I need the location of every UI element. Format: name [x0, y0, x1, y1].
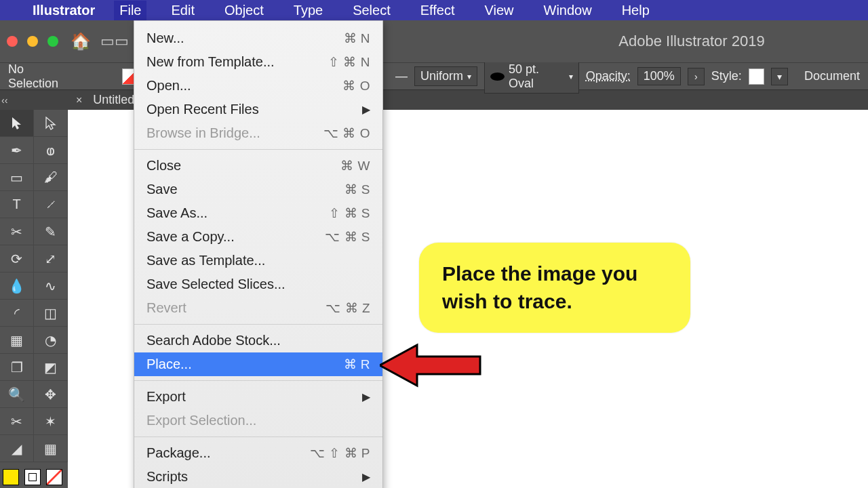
menu-item-open-recent-files[interactable]: Open Recent Files▶ — [134, 98, 382, 121]
menu-item-place[interactable]: Place...⌘ R — [134, 352, 382, 376]
annotation-text: Place the image you wish to trace. — [442, 262, 637, 312]
style-swatch[interactable] — [749, 68, 764, 85]
collapse-panel-icon[interactable]: ‹‹ — [1, 95, 7, 106]
selection-status: No Selection — [8, 62, 75, 91]
mesh-tool[interactable]: ▦ — [0, 327, 34, 354]
menu-help[interactable]: Help — [616, 1, 655, 20]
menu-item-open[interactable]: Open...⌘ O — [134, 74, 382, 98]
zoom-tool[interactable]: 🔍 — [0, 381, 34, 408]
menu-item-shortcut: ⌥ ⇧ ⌘ P — [310, 445, 370, 461]
menu-item-label: New from Template... — [146, 54, 275, 70]
menu-item-shortcut: ⌘ R — [344, 357, 371, 372]
brush-value: 50 pt. Oval — [509, 62, 565, 91]
pen-tool[interactable]: ✒ — [0, 137, 34, 164]
menu-item-save-as-template[interactable]: Save as Template... — [134, 249, 382, 272]
graph-tool[interactable]: ◔ — [34, 327, 68, 354]
menu-edit[interactable]: Edit — [165, 1, 199, 20]
menu-item-new[interactable]: New...⌘ N — [134, 26, 382, 50]
slice-tool[interactable]: ✂ — [0, 408, 34, 435]
submenu-chevron-icon: ▶ — [362, 390, 370, 403]
menu-item-save-a-copy[interactable]: Save a Copy...⌥ ⌘ S — [134, 225, 382, 249]
arc-tool[interactable]: ◜ — [0, 300, 34, 327]
blend-tool[interactable]: ∿ — [34, 272, 68, 300]
window-close-button[interactable] — [7, 36, 18, 47]
menu-item-label: Save as Template... — [146, 253, 265, 268]
menu-item-shortcut: ⌘ O — [342, 78, 370, 94]
style-label: Style: — [711, 69, 742, 83]
direct-selection-tool[interactable] — [34, 110, 68, 137]
style-dropdown-chevron[interactable]: ▾ — [771, 68, 788, 85]
menu-item-new-from-template[interactable]: New from Template...⇧ ⌘ N — [134, 50, 382, 74]
menu-item-label: Export Selection... — [146, 413, 256, 428]
menu-item-shortcut: ⌘ N — [344, 30, 371, 46]
stroke-profile-dropdown[interactable]: Uniform ▾ — [414, 66, 477, 86]
document-tab-name[interactable]: Untitled — [93, 93, 134, 107]
scale-tool[interactable]: ⤢ — [34, 245, 68, 272]
fill-swatch[interactable] — [3, 469, 19, 485]
eyedropper-tool[interactable]: 💧 — [0, 272, 34, 300]
none-swatch[interactable] — [46, 469, 62, 485]
symbol-sprayer-tool[interactable]: ✶ — [34, 408, 68, 435]
menu-item-label: New... — [146, 30, 184, 46]
menu-item-shortcut: ⇧ ⌘ N — [328, 54, 370, 70]
app-name[interactable]: Illustrator — [33, 3, 95, 18]
menu-item-label: Close — [146, 158, 181, 174]
opacity-stepper[interactable]: › — [688, 68, 705, 85]
menu-window[interactable]: Window — [538, 1, 597, 20]
menu-type[interactable]: Type — [288, 1, 328, 20]
menu-item-save[interactable]: Save⌘ S — [134, 178, 382, 201]
oval-icon — [490, 73, 505, 81]
line-tool[interactable]: ⟋ — [34, 191, 68, 218]
gradient-tool[interactable]: ◢ — [0, 435, 34, 462]
selection-tool[interactable] — [0, 110, 34, 137]
perspective-tool[interactable]: ◩ — [34, 354, 68, 381]
menu-item-export[interactable]: Export▶ — [134, 385, 382, 409]
rectangle-tool[interactable]: ▭ — [0, 164, 34, 191]
artboard-tool[interactable]: ❐ — [0, 354, 34, 381]
scissors-tool[interactable]: ✂ — [0, 218, 34, 245]
stroke-swatch-box[interactable] — [24, 469, 41, 485]
window-minimize-button[interactable] — [27, 36, 38, 47]
menu-item-label: Save Selected Slices... — [146, 277, 285, 292]
width-tool[interactable]: ✎ — [34, 218, 68, 245]
svg-marker-0 — [380, 345, 480, 386]
menu-item-shortcut: ⌥ ⌘ Z — [326, 300, 370, 316]
free-transform-tool[interactable]: ✥ — [34, 381, 68, 408]
menu-item-label: Place... — [146, 357, 192, 372]
menu-file[interactable]: File — [114, 1, 146, 20]
arrange-documents-icon[interactable]: ▭▭ — [100, 33, 129, 50]
home-icon[interactable]: 🏠 — [71, 32, 91, 51]
chevron-down-icon: ▾ — [467, 72, 471, 81]
window-title: Adobe Illustrator 2019 — [618, 33, 764, 50]
menu-item-save-selected-slices[interactable]: Save Selected Slices... — [134, 272, 382, 296]
submenu-chevron-icon: ▶ — [362, 103, 370, 116]
menu-item-close[interactable]: Close⌘ W — [134, 154, 382, 178]
menubar: Illustrator File Edit Object Type Select… — [0, 0, 868, 20]
menu-view[interactable]: View — [479, 1, 519, 20]
paintbrush-tool[interactable]: 🖌 — [34, 164, 68, 191]
brush-dropdown[interactable]: 50 pt. Oval ▾ — [484, 60, 579, 94]
menu-item-label: Open Recent Files — [146, 102, 259, 117]
tab-close-icon[interactable]: × — [76, 94, 82, 106]
menu-item-browse-in-bridge: Browse in Bridge...⌥ ⌘ O — [134, 121, 382, 145]
menu-item-save-as[interactable]: Save As...⇧ ⌘ S — [134, 201, 382, 225]
traffic-lights — [7, 36, 58, 47]
type-tool[interactable]: T — [0, 191, 34, 218]
menu-item-package[interactable]: Package...⌥ ⇧ ⌘ P — [134, 441, 382, 465]
rotate-tool[interactable]: ⟳ — [0, 245, 34, 272]
shape-builder-tool[interactable]: ◫ — [34, 300, 68, 327]
menu-object[interactable]: Object — [219, 1, 269, 20]
curvature-tool[interactable]: ⱷ — [34, 137, 68, 164]
opacity-value[interactable]: 100% — [637, 67, 681, 85]
document-setup-label[interactable]: Document — [804, 69, 860, 83]
menu-effect[interactable]: Effect — [415, 1, 460, 20]
document-tab-row: × Untitled — [0, 89, 868, 110]
opacity-label[interactable]: Opacity: — [586, 69, 631, 83]
grid-tool[interactable]: ▦ — [34, 435, 68, 462]
menu-select[interactable]: Select — [347, 1, 396, 20]
menu-item-search-adobe-stock[interactable]: Search Adobe Stock... — [134, 329, 382, 352]
menu-item-revert: Revert⌥ ⌘ Z — [134, 296, 382, 320]
menu-item-scripts[interactable]: Scripts▶ — [134, 465, 382, 488]
menu-item-label: Save — [146, 182, 178, 197]
window-maximize-button[interactable] — [47, 36, 58, 47]
